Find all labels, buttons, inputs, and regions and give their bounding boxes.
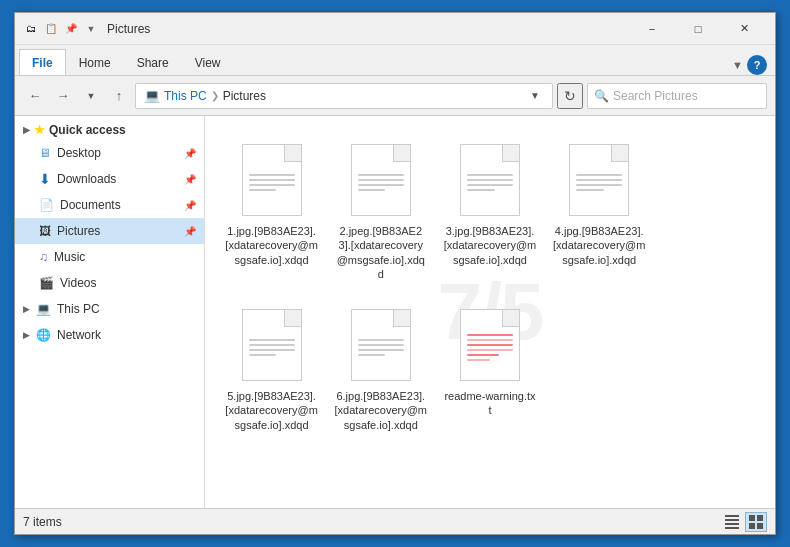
sidebar-item-music[interactable]: ♫ Music [15,244,204,270]
close-button[interactable]: ✕ [721,13,767,45]
doc-line [467,359,490,361]
tab-home[interactable]: Home [66,49,124,75]
doc-icon-3 [460,144,520,216]
file-icon-7 [454,305,526,385]
search-icon: 🔍 [594,89,609,103]
tab-file[interactable]: File [19,49,66,75]
expand-icon-quick-access: ▶ [23,125,30,135]
sidebar-item-documents[interactable]: 📄 Documents 📌 [15,192,204,218]
doc-line [576,189,604,191]
thispc-sidebar-icon: 💻 [36,302,51,316]
forward-button[interactable]: → [51,84,75,108]
documents-icon: 📄 [39,198,54,212]
ribbon-collapse-icon[interactable]: ▼ [732,59,743,71]
pin-icon-desktop: 📌 [184,148,196,159]
doc-lines-5 [243,329,301,362]
crumb-thispc[interactable]: This PC [164,89,207,103]
doc-lines-2 [352,164,410,197]
sidebar-item-downloads[interactable]: ⬇ Downloads 📌 [15,166,204,192]
maximize-button[interactable]: □ [675,13,721,45]
sidebar-item-thispc[interactable]: ▶ 💻 This PC [15,296,204,322]
list-item[interactable]: 5.jpg.[9B83AE23].[xdatarecovery@msgsafe.… [221,297,322,440]
sidebar-item-videos[interactable]: 🎬 Videos [15,270,204,296]
help-icon[interactable]: ? [747,55,767,75]
address-dropdown-arrow[interactable]: ▼ [526,90,544,101]
search-placeholder: Search Pictures [613,89,698,103]
crumb-separator: ❯ [211,90,219,101]
list-item[interactable]: 2.jpeg.[9B83AE23].[xdatarecovery@msgsafe… [330,132,431,289]
up-button[interactable]: ↑ [107,84,131,108]
svg-rect-1 [725,519,739,521]
sidebar-label-network: Network [57,328,101,342]
recent-locations-button[interactable]: ▼ [79,84,103,108]
details-view-icon [725,515,739,529]
svg-rect-3 [725,527,739,529]
doc-line [358,344,404,346]
item-count: 7 items [23,515,62,529]
back-button[interactable]: ← [23,84,47,108]
title-bar: 🗂 📋 📌 ▼ Pictures − □ ✕ [15,13,775,45]
doc-line [249,344,295,346]
tab-view[interactable]: View [182,49,234,75]
files-grid: 1.jpg.[9B83AE23].[xdatarecovery@msgsafe.… [221,132,759,440]
sidebar-item-desktop[interactable]: 🖥 Desktop 📌 [15,140,204,166]
content-area: 7/5 1.jpg.[9B83AE2 [205,116,775,508]
empty-slot [658,132,759,289]
refresh-button[interactable]: ↻ [557,83,583,109]
doc-icon-1 [242,144,302,216]
doc-icon-4 [569,144,629,216]
main-area: ▶ ★ Quick access 🖥 Desktop 📌 ⬇ Downloads… [15,116,775,508]
thispc-icon: 💻 [144,88,160,103]
ribbon: File Home Share View ▼ ? [15,45,775,76]
list-item[interactable]: 3.jpg.[9B83AE23].[xdatarecovery@msgsafe.… [439,132,540,289]
videos-icon: 🎬 [39,276,54,290]
svg-rect-5 [757,515,763,521]
minimize-button[interactable]: − [629,13,675,45]
address-input[interactable]: 💻 This PC ❯ Pictures ▼ [135,83,553,109]
file-icon-2 [345,140,417,220]
tab-share[interactable]: Share [124,49,182,75]
ribbon-tabs: File Home Share View ▼ ? [15,45,775,75]
doc-icon-2 [351,144,411,216]
title-bar-dropdown-arrow[interactable]: ▼ [83,21,99,37]
doc-icon-5 [242,309,302,381]
address-bar: ← → ▼ ↑ 💻 This PC ❯ Pictures ▼ ↻ 🔍 Searc… [15,76,775,116]
doc-line [249,189,277,191]
pin-icon-downloads: 📌 [184,174,196,185]
file-name-6: 6.jpg.[9B83AE23].[xdatarecovery@msgsafe.… [334,389,427,432]
doc-lines-7 [461,324,519,367]
large-icons-view-button[interactable] [745,512,767,532]
list-item[interactable]: readme-warning.txt [439,297,540,440]
file-name-7: readme-warning.txt [443,389,536,418]
window-icon-pin: 📌 [63,21,79,37]
file-icon-5 [236,305,308,385]
file-name-1: 1.jpg.[9B83AE23].[xdatarecovery@msgsafe.… [225,224,318,267]
doc-line [249,354,277,356]
search-box[interactable]: 🔍 Search Pictures [587,83,767,109]
status-bar: 7 items [15,508,775,534]
file-icon-3 [454,140,526,220]
doc-line [249,184,295,186]
desktop-icon: 🖥 [39,146,51,160]
svg-rect-4 [749,515,755,521]
sidebar: ▶ ★ Quick access 🖥 Desktop 📌 ⬇ Downloads… [15,116,205,508]
list-item[interactable]: 6.jpg.[9B83AE23].[xdatarecovery@msgsafe.… [330,297,431,440]
doc-line [467,174,513,176]
details-view-button[interactable] [721,512,743,532]
doc-lines-4 [570,164,628,197]
sidebar-section-quick-access[interactable]: ▶ ★ Quick access [15,120,204,140]
sidebar-item-network[interactable]: ▶ 🌐 Network [15,322,204,348]
doc-line [467,349,513,351]
doc-line [358,339,404,341]
list-item[interactable]: 1.jpg.[9B83AE23].[xdatarecovery@msgsafe.… [221,132,322,289]
doc-line [358,349,404,351]
pin-icon-documents: 📌 [184,200,196,211]
file-name-3: 3.jpg.[9B83AE23].[xdatarecovery@msgsafe.… [443,224,536,267]
doc-line [358,184,404,186]
doc-line [467,179,513,181]
doc-line [576,179,622,181]
sidebar-item-pictures[interactable]: 🖼 Pictures 📌 [15,218,204,244]
doc-line [358,174,404,176]
list-item[interactable]: 4.jpg.[9B83AE23].[xdatarecovery@msgsafe.… [549,132,650,289]
sidebar-label-thispc: This PC [57,302,100,316]
